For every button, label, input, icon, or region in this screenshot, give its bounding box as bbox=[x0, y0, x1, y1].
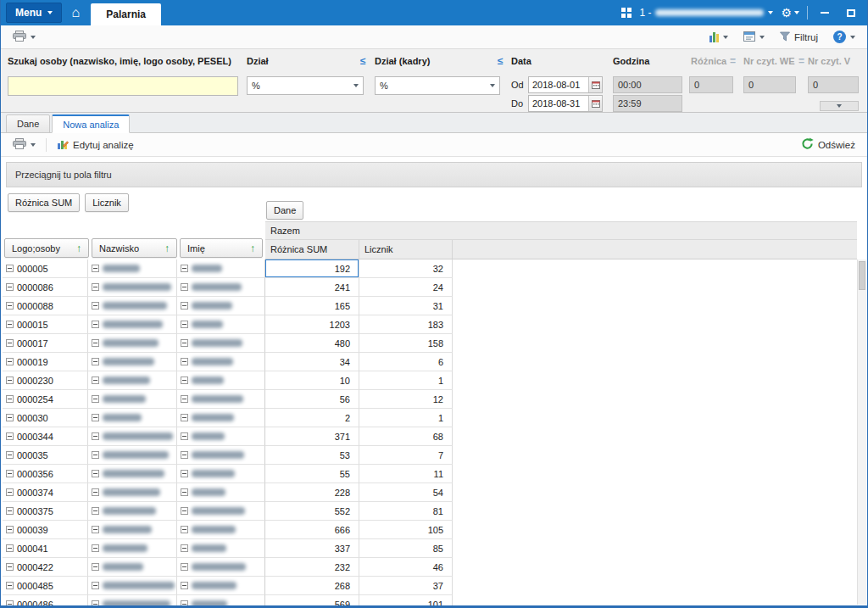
collapse-icon[interactable] bbox=[92, 526, 99, 533]
data-cell-licznik[interactable]: 12 bbox=[359, 390, 453, 409]
data-cell-roznica-sum[interactable]: 34 bbox=[265, 353, 359, 371]
data-cell-licznik[interactable]: 24 bbox=[359, 278, 453, 297]
row-header-nazwisko[interactable] bbox=[88, 278, 177, 297]
data-cell-licznik[interactable]: 68 bbox=[359, 427, 453, 446]
data-cell-licznik[interactable]: 32 bbox=[359, 259, 453, 278]
filter-button[interactable]: Filtruj bbox=[775, 29, 823, 46]
collapse-icon[interactable] bbox=[92, 544, 99, 552]
data-field-roznica-sum[interactable]: Różnica SUM bbox=[8, 193, 80, 212]
row-header-nazwisko[interactable] bbox=[88, 409, 177, 427]
row-header-logo[interactable]: 000005 bbox=[3, 259, 88, 278]
row-header-imie[interactable] bbox=[177, 353, 265, 371]
row-header-logo[interactable]: 0000422 bbox=[3, 558, 88, 577]
data-cell-licznik[interactable]: 158 bbox=[359, 334, 453, 353]
menu-button[interactable]: Menu bbox=[6, 3, 62, 23]
collapse-icon[interactable] bbox=[92, 507, 99, 515]
collapse-icon[interactable] bbox=[92, 283, 99, 291]
collapse-icon[interactable] bbox=[92, 377, 99, 384]
data-cell-licznik[interactable]: 7 bbox=[359, 446, 453, 465]
data-cell-roznica-sum[interactable]: 10 bbox=[265, 371, 359, 390]
row-header-logo[interactable]: 0000374 bbox=[3, 483, 88, 502]
collapse-icon[interactable] bbox=[181, 283, 188, 291]
help-button[interactable]: ? bbox=[828, 28, 860, 46]
collapse-icon[interactable] bbox=[92, 432, 99, 440]
collapse-icon[interactable] bbox=[6, 563, 14, 571]
row-header-nazwisko[interactable] bbox=[88, 259, 177, 278]
collapse-icon[interactable] bbox=[92, 395, 99, 403]
print-analysis-button[interactable] bbox=[8, 136, 41, 153]
row-header-nazwisko[interactable] bbox=[88, 390, 177, 409]
data-cell-roznica-sum[interactable]: 268 bbox=[265, 577, 359, 595]
row-field-logo-osoby[interactable]: Logo;osoby ↑ bbox=[4, 238, 89, 258]
apps-grid-icon[interactable] bbox=[621, 8, 632, 18]
collapse-icon[interactable] bbox=[6, 283, 14, 291]
data-cell-roznica-sum[interactable]: 337 bbox=[265, 539, 359, 558]
row-header-nazwisko[interactable] bbox=[88, 446, 177, 465]
collapse-icon[interactable] bbox=[181, 377, 188, 384]
collapse-icon[interactable] bbox=[92, 321, 99, 328]
row-header-imie[interactable] bbox=[177, 539, 265, 558]
row-header-nazwisko[interactable] bbox=[88, 334, 177, 353]
collapse-icon[interactable] bbox=[181, 544, 188, 552]
collapse-icon[interactable] bbox=[181, 526, 188, 533]
collapse-icon[interactable] bbox=[6, 507, 14, 515]
collapse-icon[interactable] bbox=[6, 321, 14, 328]
collapse-icon[interactable] bbox=[6, 600, 14, 605]
settings-button[interactable]: ⚙ bbox=[781, 6, 799, 20]
calendar-icon[interactable] bbox=[588, 96, 602, 111]
data-cell-roznica-sum[interactable]: 241 bbox=[265, 278, 359, 297]
row-header-nazwisko[interactable] bbox=[88, 502, 177, 521]
collapse-icon[interactable] bbox=[92, 488, 99, 496]
row-header-imie[interactable] bbox=[177, 521, 265, 539]
data-cell-licznik[interactable]: 37 bbox=[359, 577, 453, 595]
row-header-nazwisko[interactable] bbox=[88, 315, 177, 334]
search-input[interactable] bbox=[8, 76, 238, 96]
collapse-icon[interactable] bbox=[92, 302, 99, 310]
row-header-logo[interactable]: 000017 bbox=[3, 334, 88, 353]
row-header-logo[interactable]: 0000254 bbox=[3, 390, 88, 409]
row-header-imie[interactable] bbox=[177, 334, 265, 353]
collapse-icon[interactable] bbox=[181, 451, 188, 459]
collapse-icon[interactable] bbox=[92, 563, 99, 571]
row-header-imie[interactable] bbox=[177, 390, 265, 409]
collapse-filter-panel-button[interactable] bbox=[820, 101, 859, 111]
row-header-imie[interactable] bbox=[177, 465, 265, 483]
row-header-logo[interactable]: 000041 bbox=[3, 539, 88, 558]
row-header-nazwisko[interactable] bbox=[88, 353, 177, 371]
calendar-icon[interactable] bbox=[588, 77, 602, 92]
row-header-nazwisko[interactable] bbox=[88, 521, 177, 539]
data-cell-roznica-sum[interactable]: 56 bbox=[265, 390, 359, 409]
column-header-roznica-sum[interactable]: Różnica SUM bbox=[265, 240, 359, 259]
edit-analysis-button[interactable]: Edytuj analizę bbox=[52, 136, 139, 154]
row-header-imie[interactable] bbox=[177, 259, 265, 278]
data-cell-roznica-sum[interactable]: 2 bbox=[265, 409, 359, 427]
row-header-imie[interactable] bbox=[177, 315, 265, 334]
refresh-button[interactable]: Odśwież bbox=[796, 135, 860, 154]
collapse-icon[interactable] bbox=[181, 507, 188, 515]
row-header-nazwisko[interactable] bbox=[88, 427, 177, 446]
row-header-logo[interactable]: 0000088 bbox=[3, 297, 88, 315]
dzial-kadry-operator[interactable]: ≤ bbox=[498, 55, 504, 67]
company-selector[interactable]: 1 - bbox=[639, 7, 773, 19]
data-cell-roznica-sum[interactable]: 53 bbox=[265, 446, 359, 465]
dzial-operator[interactable]: ≤ bbox=[360, 55, 366, 67]
collapse-icon[interactable] bbox=[92, 470, 99, 477]
collapse-icon[interactable] bbox=[181, 414, 188, 421]
collapse-icon[interactable] bbox=[181, 321, 188, 328]
row-header-logo[interactable]: 000019 bbox=[3, 353, 88, 371]
export-button[interactable] bbox=[738, 29, 770, 46]
row-field-nazwisko[interactable]: Nazwisko ↑ bbox=[92, 238, 177, 258]
row-header-logo[interactable]: 000015 bbox=[3, 315, 88, 334]
row-field-imie[interactable]: Imię ↑ bbox=[180, 238, 263, 258]
row-header-logo[interactable]: 000035 bbox=[3, 446, 88, 465]
data-field-licznik[interactable]: Licznik bbox=[85, 193, 129, 212]
date-from-input[interactable]: 2018-08-01 bbox=[528, 76, 603, 93]
tab-palarnia[interactable]: Palarnia bbox=[91, 3, 161, 25]
collapse-icon[interactable] bbox=[6, 432, 14, 440]
row-header-nazwisko[interactable] bbox=[88, 558, 177, 577]
row-header-nazwisko[interactable] bbox=[88, 371, 177, 390]
data-cell-roznica-sum[interactable]: 1203 bbox=[265, 315, 359, 334]
data-cell-roznica-sum[interactable]: 228 bbox=[265, 483, 359, 502]
collapse-icon[interactable] bbox=[6, 451, 14, 459]
data-cell-licznik[interactable]: 183 bbox=[359, 315, 453, 334]
